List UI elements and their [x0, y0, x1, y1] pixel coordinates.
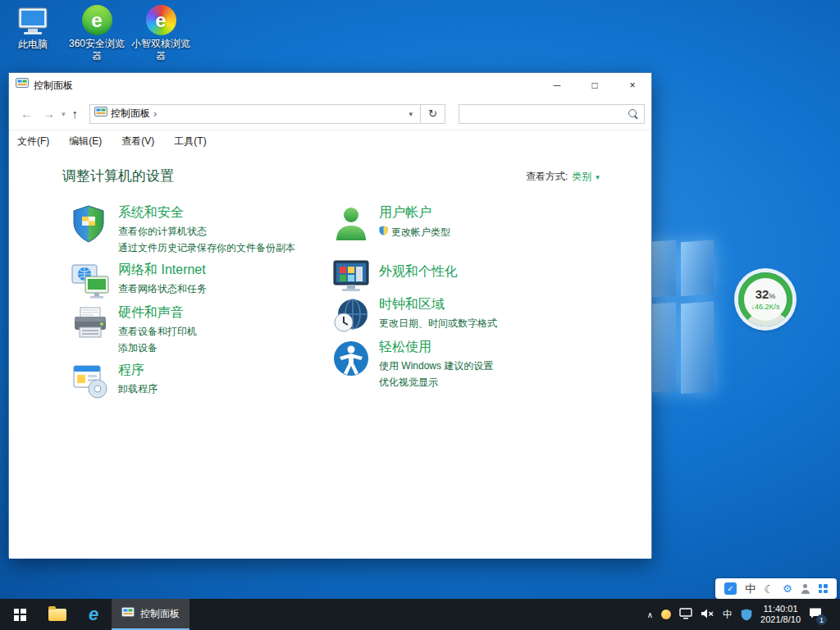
xiaozhi-browser-icon: e — [130, 4, 192, 35]
search-icon — [628, 108, 639, 120]
minimize-button[interactable]: ─ — [538, 73, 576, 98]
hardware-sound-icon — [71, 304, 110, 354]
user-accounts-icon — [331, 204, 371, 247]
tray-ime-indicator[interactable]: 中 — [723, 608, 733, 622]
defender-shield-icon[interactable] — [741, 609, 752, 621]
gauge-face: 32% ↓46.2K/s — [744, 278, 787, 321]
windows-logo-icon — [14, 609, 26, 621]
search-input[interactable] — [464, 108, 628, 120]
address-bar[interactable]: 控制面板 › ▾ — [89, 104, 421, 124]
gauge-percent-value: 32 — [756, 287, 769, 301]
desktop-icon-label: 小智双核浏览器 — [130, 38, 192, 62]
category-title[interactable]: 硬件和声音 — [118, 304, 197, 322]
menu-edit[interactable]: 编辑(E) — [69, 135, 102, 148]
menu-bar: 文件(F) 编辑(E) 查看(V) 工具(T) — [9, 130, 651, 152]
notification-badge: 1 — [816, 614, 827, 625]
taskbar-task-control-panel[interactable]: 控制面板 — [112, 599, 189, 630]
page-title: 调整计算机的设置 — [62, 167, 174, 185]
view-by-value[interactable]: 类别 — [572, 170, 591, 184]
programs-icon — [71, 362, 110, 404]
desktop-icon-this-pc[interactable]: 此电脑 — [2, 5, 64, 51]
address-dropdown-icon[interactable]: ▾ — [406, 110, 417, 118]
navigation-bar: ← → ▾ ↑ 控制面板 › ▾ ↻ — [9, 98, 651, 130]
view-by-label: 查看方式: — [526, 170, 568, 184]
category-title[interactable]: 时钟和区域 — [379, 296, 497, 313]
forward-button[interactable]: → — [38, 107, 60, 121]
breadcrumb[interactable]: 控制面板 — [111, 107, 150, 121]
this-pc-icon — [2, 5, 64, 36]
ime-menu-icon[interactable] — [819, 584, 828, 593]
category-title[interactable]: 系统和安全 — [118, 204, 295, 221]
refresh-button[interactable]: ↻ — [421, 104, 445, 124]
category-link[interactable]: 查看你的计算机状态 — [118, 226, 295, 238]
start-button[interactable] — [0, 599, 39, 630]
folder-icon — [48, 609, 66, 621]
task-label: 控制面板 — [140, 607, 180, 621]
category-link[interactable]: 优化视觉显示 — [379, 377, 493, 389]
category-network-internet: 网络和 Internet 查看网络状态和任务 — [71, 262, 207, 304]
ime-logo-icon[interactable]: ✓ — [724, 582, 737, 595]
category-link-label: 更改帐户类型 — [391, 226, 450, 239]
clock-region-icon — [331, 296, 371, 339]
360-browser-icon: e — [66, 4, 128, 35]
search-box[interactable] — [459, 104, 645, 124]
wallpaper-windows-logo — [646, 237, 719, 403]
close-button[interactable]: × — [614, 73, 651, 98]
system-security-icon — [71, 204, 110, 254]
category-link[interactable]: 查看网络状态和任务 — [118, 283, 207, 295]
desktop-icon-360-browser[interactable]: e 360安全浏览器 — [66, 4, 128, 62]
category-title[interactable]: 网络和 Internet — [118, 262, 207, 279]
tray-date: 2021/8/10 — [760, 614, 801, 625]
action-center-button[interactable]: 1 — [809, 607, 822, 622]
maximize-button[interactable]: □ — [576, 73, 614, 98]
category-link[interactable]: 通过文件历史记录保存你的文件备份副本 — [118, 242, 295, 254]
category-title[interactable]: 用户帐户 — [379, 204, 450, 221]
category-title[interactable]: 轻松使用 — [379, 339, 493, 356]
category-link[interactable]: 卸载程序 — [118, 383, 158, 395]
category-link[interactable]: 更改日期、时间或数字格式 — [379, 317, 497, 330]
file-explorer-button[interactable] — [39, 599, 75, 630]
window-titlebar[interactable]: 控制面板 ─ □ × — [9, 73, 651, 98]
desktop-icon-xiaozhi-browser[interactable]: e 小智双核浏览器 — [130, 4, 192, 62]
control-panel-content: 调整计算机的设置 查看方式: 类别 ▾ — [9, 152, 651, 559]
breadcrumb-chevron-icon[interactable]: › — [153, 107, 157, 120]
category-hardware-sound: 硬件和声音 查看设备和打印机 添加设备 — [71, 304, 197, 354]
tray-clock[interactable]: 11:40:01 2021/8/10 — [760, 604, 801, 625]
logo-pane — [681, 240, 714, 296]
browser-button[interactable]: e — [75, 599, 112, 630]
category-programs: 程序 卸载程序 — [71, 362, 158, 404]
speed-gauge-widget[interactable]: 32% ↓46.2K/s — [738, 272, 792, 326]
ime-account-icon[interactable] — [801, 584, 810, 594]
category-link[interactable]: 使用 Windows 建议的设置 — [379, 360, 493, 372]
ime-tools-icon[interactable]: ⚙ — [783, 583, 792, 594]
control-panel-window: 控制面板 ─ □ × ← → ▾ ↑ 控 — [8, 72, 652, 558]
up-button[interactable]: ↑ — [67, 107, 84, 121]
view-by-dropdown-icon[interactable]: ▾ — [596, 173, 600, 181]
category-user-accounts: 用户帐户 更改帐户类型 — [331, 204, 450, 247]
menu-file[interactable]: 文件(F) — [17, 135, 49, 148]
category-link[interactable]: 添加设备 — [118, 342, 197, 354]
recent-pages-dropdown-icon[interactable]: ▾ — [60, 110, 67, 118]
desktop-icon-label: 此电脑 — [2, 39, 64, 51]
tray-expand-icon[interactable]: ∧ — [647, 610, 653, 619]
ime-mode-toggle[interactable]: 中 — [745, 582, 756, 596]
logo-pane — [681, 301, 714, 394]
menu-view[interactable]: 查看(V) — [121, 135, 154, 148]
ime-fullhalf-moon-icon[interactable]: ☾ — [764, 583, 774, 595]
category-link[interactable]: 查看设备和打印机 — [118, 326, 197, 338]
system-tray: ∧ 中 11:40:01 — [647, 599, 840, 630]
category-title[interactable]: 程序 — [118, 362, 158, 379]
gauge-percent-sign: % — [769, 292, 775, 300]
category-title[interactable]: 外观和个性化 — [379, 263, 458, 281]
back-button[interactable]: ← — [16, 107, 38, 121]
volume-muted-icon[interactable] — [701, 608, 714, 622]
category-ease-of-access: 轻松使用 使用 Windows 建议的设置 优化视觉显示 — [331, 339, 493, 389]
ime-toolbar: ✓ 中 ☾ ⚙ — [715, 578, 837, 599]
ease-of-access-icon — [331, 339, 371, 389]
tray-360-icon[interactable] — [661, 609, 671, 619]
menu-tools[interactable]: 工具(T) — [174, 135, 206, 148]
appearance-personalization-icon — [331, 257, 371, 299]
category-link[interactable]: 更改帐户类型 — [379, 226, 450, 239]
network-icon[interactable] — [679, 608, 692, 622]
desktop-icon-label: 360安全浏览器 — [66, 38, 128, 62]
